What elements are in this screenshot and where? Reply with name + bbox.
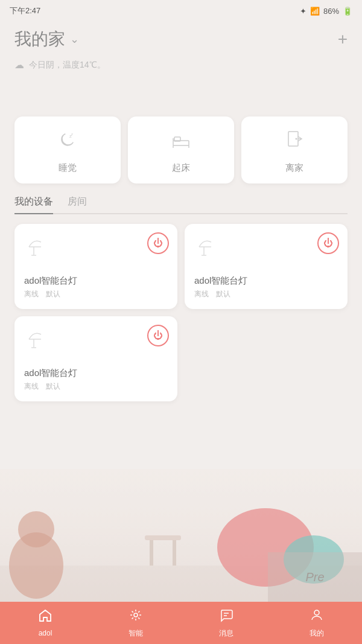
device-status-3: 离线 默认 [24, 381, 168, 392]
power-icon-1: ⏻ [153, 238, 163, 249]
device-default-2: 默认 [216, 289, 230, 299]
lamp-icon-3 [24, 326, 168, 355]
device-offline-2: 离线 [194, 289, 209, 299]
nav-item-smart[interactable]: 智能 [91, 608, 181, 639]
weather-bar: ☁ 今日阴，温度14℃。 [0, 57, 362, 80]
device-card-2[interactable]: ⏻ adol智能台灯 离线 默认 [185, 224, 348, 309]
bluetooth-icon: ✦ [300, 7, 306, 16]
device-name-1: adol智能台灯 [24, 275, 168, 287]
device-status-2: 离线 默认 [194, 289, 338, 299]
header: 我的家 ⌄ + [0, 22, 362, 57]
lamp-icon-1 [24, 234, 168, 263]
svg-line-36 [132, 617, 133, 619]
nav-mine-label: 我的 [310, 628, 324, 639]
device-offline-1: 离线 [24, 289, 39, 299]
svg-text:z: z [71, 132, 73, 136]
tab-rooms[interactable]: 房间 [68, 196, 87, 213]
preview-area: Pre [268, 552, 362, 602]
chevron-down-icon[interactable]: ⌄ [70, 33, 79, 46]
svg-point-27 [18, 511, 54, 547]
battery-text: 86% [323, 7, 339, 16]
device-status-1: 离线 默认 [24, 289, 168, 299]
scene-cards: z z 睡觉 起床 [14, 116, 348, 183]
sleep-icon: z z [57, 129, 78, 155]
lamp-icon-2 [194, 234, 338, 263]
scene-wakeup-label: 起床 [172, 162, 190, 174]
svg-line-33 [132, 611, 133, 612]
device-default-1: 默认 [46, 289, 60, 299]
device-card-1[interactable]: ⏻ adol智能台灯 离线 默认 [14, 224, 177, 309]
nav-item-home[interactable]: adol [0, 608, 91, 637]
svg-line-34 [138, 617, 139, 619]
home-title-group[interactable]: 我的家 ⌄ [14, 28, 79, 51]
smart-icon [129, 608, 143, 626]
device-name-3: adol智能台灯 [24, 368, 168, 379]
devices-section: ⏻ adol智能台灯 离线 默认 ⏻ adol智能台灯 离线 默认 [0, 214, 362, 401]
bed-icon [170, 129, 192, 155]
home-icon [38, 608, 52, 626]
user-icon [310, 608, 324, 626]
message-icon [219, 608, 233, 626]
status-bar: 下午2:47 ✦ 📶 86% 🔋 [0, 0, 362, 22]
nav-message-label: 消息 [219, 628, 233, 639]
add-button[interactable]: + [338, 31, 348, 48]
scene-card-wakeup[interactable]: 起床 [128, 116, 234, 183]
power-icon-2: ⏻ [323, 238, 333, 249]
scene-sleep-label: 睡觉 [59, 162, 77, 174]
top-spacer [0, 80, 362, 116]
bottom-nav: adol 智能 消息 [0, 602, 362, 644]
power-button-2[interactable]: ⏻ [317, 232, 339, 254]
status-icons: ✦ 📶 86% 🔋 [300, 7, 352, 16]
tabs: 我的设备 房间 [14, 196, 348, 214]
nav-smart-label: 智能 [129, 628, 143, 639]
weather-text: 今日阴，温度14℃。 [29, 60, 106, 71]
nav-item-message[interactable]: 消息 [181, 608, 272, 639]
scene-leave-label: 离家 [285, 162, 303, 174]
svg-point-8 [296, 138, 297, 140]
nav-item-mine[interactable]: 我的 [272, 608, 362, 639]
tabs-section: 我的设备 房间 [0, 183, 362, 214]
scene-card-leave[interactable]: 离家 [241, 116, 348, 183]
svg-point-28 [134, 613, 138, 617]
home-title: 我的家 [14, 28, 65, 51]
tab-devices[interactable]: 我的设备 [14, 196, 53, 213]
scene-section: z z 睡觉 起床 [0, 116, 362, 183]
battery-icon: 🔋 [343, 7, 352, 16]
svg-line-35 [138, 611, 139, 612]
svg-rect-21 [145, 535, 181, 540]
svg-rect-22 [150, 540, 153, 566]
nav-home-label: adol [39, 629, 52, 637]
scene-card-sleep[interactable]: z z 睡觉 [14, 116, 121, 183]
power-button-3[interactable]: ⏻ [147, 325, 169, 346]
preview-text: Pre [305, 570, 324, 584]
device-offline-3: 离线 [24, 381, 39, 392]
power-button-1[interactable]: ⏻ [147, 232, 169, 254]
device-default-3: 默认 [46, 381, 60, 392]
device-name-2: adol智能台灯 [194, 275, 338, 287]
door-icon [284, 129, 305, 155]
svg-point-39 [314, 610, 319, 615]
status-time: 下午2:47 [10, 5, 40, 16]
cloud-icon: ☁ [14, 59, 24, 71]
power-icon-3: ⏻ [153, 330, 163, 341]
signal-icon: 📶 [310, 7, 320, 16]
device-card-3[interactable]: ⏻ adol智能台灯 离线 默认 [14, 316, 177, 401]
svg-rect-23 [173, 540, 176, 566]
